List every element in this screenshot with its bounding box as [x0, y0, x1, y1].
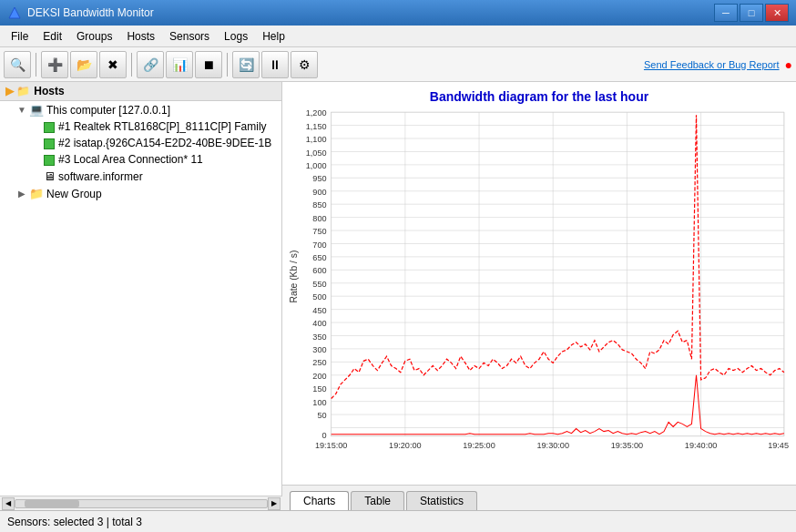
- left-panel: ▶ 📁 Hosts ▼ 💻 This computer [127.0.0.1] …: [0, 82, 282, 510]
- close-button[interactable]: ✕: [765, 4, 789, 22]
- svg-text:450: 450: [312, 306, 326, 315]
- feedback-dot: ●: [785, 57, 792, 72]
- scroll-left-arrow[interactable]: ◀: [2, 497, 15, 510]
- menu-bar: File Edit Groups Hosts Sensors Logs Help: [0, 26, 796, 47]
- svg-text:350: 350: [312, 332, 326, 342]
- toolbar-monitor-btn[interactable]: 📊: [166, 51, 193, 78]
- si-icon: 🖥: [44, 169, 56, 183]
- right-panel: Bandwidth diagram for the last hour: [282, 82, 796, 510]
- svg-rect-1: [332, 112, 784, 436]
- svg-text:700: 700: [312, 240, 326, 250]
- toolbar-pause-btn[interactable]: ⏸: [261, 51, 289, 78]
- svg-text:250: 250: [312, 358, 326, 367]
- tab-charts[interactable]: Charts: [290, 491, 349, 510]
- sensor2-label: #2 isatap.{926CA154-E2D2-40BE-9DEE-1B: [58, 137, 271, 149]
- menu-file[interactable]: File: [4, 28, 36, 45]
- svg-text:550: 550: [312, 280, 326, 289]
- scroll-right-arrow[interactable]: ▶: [268, 497, 281, 510]
- svg-text:1,000: 1,000: [306, 161, 327, 170]
- tree-item-sensor3[interactable]: #3 Local Area Connection* 11: [0, 151, 281, 168]
- svg-text:650: 650: [312, 253, 326, 262]
- status-text: Sensors: selected 3 | total 3: [7, 516, 142, 528]
- scrollbar-thumb[interactable]: [25, 500, 79, 507]
- svg-text:Rate (Kb / s): Rate (Kb / s): [290, 251, 299, 303]
- svg-text:19:30:00: 19:30:00: [536, 441, 568, 450]
- si-label: software.informer: [58, 170, 143, 183]
- toolbar-sep-2: [131, 53, 132, 77]
- toolbar-connect-btn[interactable]: 🔗: [137, 51, 164, 78]
- svg-text:50: 50: [317, 411, 326, 420]
- window-controls: ─ □ ✕: [714, 4, 789, 22]
- tab-table[interactable]: Table: [351, 491, 404, 510]
- feedback-link[interactable]: Send Feedback or Bug Report: [644, 59, 780, 70]
- toolbar-add-btn[interactable]: ➕: [41, 51, 68, 78]
- expand-icon-computer: ▼: [15, 105, 29, 115]
- svg-text:800: 800: [312, 214, 326, 223]
- tab-bar: Charts Table Statistics: [282, 485, 796, 510]
- svg-text:400: 400: [312, 319, 326, 328]
- tree-item-computer[interactable]: ▼ 💻 This computer [127.0.0.1]: [0, 101, 281, 118]
- svg-text:19:20:00: 19:20:00: [389, 441, 421, 450]
- tree-header-label: Hosts: [34, 85, 64, 97]
- main-content: ▶ 📁 Hosts ▼ 💻 This computer [127.0.0.1] …: [0, 82, 796, 510]
- maximize-button[interactable]: □: [740, 4, 763, 22]
- title-bar: DEKSI Bandwidth Monitor ─ □ ✕: [0, 0, 796, 26]
- status-bar: Sensors: selected 3 | total 3: [0, 510, 796, 532]
- svg-text:1,100: 1,100: [306, 135, 327, 144]
- toolbar-sep-3: [227, 53, 228, 77]
- chart-container: 1,200 1,150 1,100 1,050 1,000 950 900 85…: [290, 107, 789, 474]
- toolbar-stop-btn[interactable]: ⏹: [195, 51, 222, 78]
- svg-text:19:35:00: 19:35:00: [611, 441, 643, 450]
- toolbar-folder-btn[interactable]: 📂: [70, 51, 97, 78]
- group-icon: 📁: [29, 187, 44, 200]
- sensor3-indicator: [44, 153, 58, 166]
- svg-text:1,050: 1,050: [306, 148, 327, 158]
- svg-text:19:25:00: 19:25:00: [463, 441, 495, 450]
- computer-label: This computer [127.0.0.1]: [46, 104, 170, 117]
- menu-edit[interactable]: Edit: [36, 28, 69, 45]
- toolbar-refresh-btn[interactable]: 🔄: [232, 51, 260, 78]
- tree-item-newgroup[interactable]: ▶ 📁 New Group: [0, 185, 281, 202]
- tab-statistics[interactable]: Statistics: [406, 491, 477, 510]
- bandwidth-chart: 1,200 1,150 1,100 1,050 1,000 950 900 85…: [290, 107, 789, 474]
- tree-item-sensor1[interactable]: #1 Realtek RTL8168C[P]_8111C[P] Family: [0, 118, 281, 135]
- scrollbar-track: [15, 499, 268, 508]
- toolbar-search-btn[interactable]: 🔍: [4, 51, 31, 78]
- sensor2-indicator: [44, 137, 58, 149]
- toolbar-delete-btn[interactable]: ✖: [99, 51, 127, 78]
- toolbar-sep-1: [36, 53, 36, 77]
- toolbar-settings-btn[interactable]: ⚙: [291, 51, 318, 78]
- menu-groups[interactable]: Groups: [69, 28, 119, 45]
- svg-text:950: 950: [312, 174, 326, 183]
- svg-text:850: 850: [312, 200, 326, 210]
- svg-text:500: 500: [312, 292, 326, 302]
- svg-text:19:45:00: 19:45:00: [768, 441, 789, 450]
- minimize-button[interactable]: ─: [714, 4, 738, 22]
- newgroup-label: New Group: [46, 188, 102, 200]
- sensor1-label: #1 Realtek RTL8168C[P]_8111C[P] Family: [58, 120, 267, 133]
- menu-logs[interactable]: Logs: [217, 28, 255, 45]
- tree-header: ▶ 📁 Hosts: [0, 82, 281, 101]
- app-icon: [7, 5, 22, 20]
- sensor3-label: #3 Local Area Connection* 11: [58, 153, 203, 166]
- menu-hosts[interactable]: Hosts: [119, 28, 162, 45]
- svg-text:1,200: 1,200: [306, 108, 327, 118]
- svg-text:19:15:00: 19:15:00: [315, 441, 347, 450]
- svg-text:900: 900: [312, 188, 326, 197]
- toolbar: 🔍 ➕ 📂 ✖ 🔗 📊 ⏹ 🔄 ⏸ ⚙ Send Feedback or Bug…: [0, 47, 796, 82]
- svg-text:750: 750: [312, 227, 326, 236]
- tree-item-softwareinformer[interactable]: 🖥 software.informer: [0, 168, 281, 185]
- menu-sensors[interactable]: Sensors: [162, 28, 217, 45]
- sensor1-indicator: [44, 120, 58, 133]
- svg-text:0: 0: [322, 431, 327, 440]
- svg-text:19:40:00: 19:40:00: [685, 441, 717, 450]
- svg-text:1,150: 1,150: [306, 122, 327, 131]
- hosts-folder-icon: ▶ 📁: [5, 85, 30, 97]
- tree-item-sensor2[interactable]: #2 isatap.{926CA154-E2D2-40BE-9DEE-1B: [0, 135, 281, 151]
- window-title: DEKSI Bandwidth Monitor: [27, 6, 714, 19]
- menu-help[interactable]: Help: [255, 28, 292, 45]
- svg-text:150: 150: [312, 384, 326, 394]
- svg-text:300: 300: [312, 345, 326, 354]
- left-panel-scrollbar[interactable]: ◀ ▶: [0, 496, 282, 510]
- computer-icon: 💻: [29, 103, 44, 117]
